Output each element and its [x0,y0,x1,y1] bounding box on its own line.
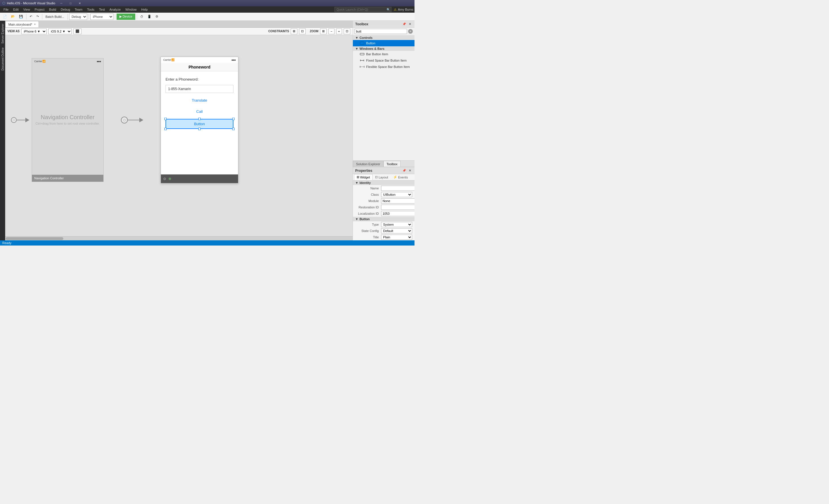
zoom-actual-button[interactable]: ⊡ [344,29,350,34]
menu-window[interactable]: Window [123,6,139,13]
menu-build[interactable]: Build [47,6,59,13]
props-tab-layout[interactable]: ⊡ Layout [372,174,391,180]
restore-button[interactable]: □ [66,0,75,6]
new-project-button[interactable]: 📄 [1,13,9,20]
toolbox-pin-button[interactable]: 📌 [402,22,406,27]
constraints-btn1[interactable]: ⊞ [291,29,297,34]
quick-launch-input[interactable] [335,7,387,12]
menu-edit[interactable]: Edit [11,6,21,13]
vc-status-bar: Carrier 📶 ■■■ [161,57,238,63]
redo-button[interactable]: ↷ [35,13,41,20]
batch-build-button[interactable]: Batch Build... [44,13,66,20]
resize-handle-bl[interactable] [165,128,167,130]
localization-input[interactable] [381,211,414,216]
menu-tools[interactable]: Tools [85,6,97,13]
identity-section-label: Identity [360,181,371,184]
canvas-scrollbar[interactable] [5,236,353,240]
configuration-select[interactable]: Debug [69,13,87,20]
menu-test[interactable]: Test [97,6,107,13]
vc-bottom-icon2[interactable]: ⊕ [168,177,171,181]
main-button[interactable]: Button [166,119,233,129]
save-button[interactable]: 💾 [17,13,25,20]
settings-button[interactable]: ⚙ [154,13,160,20]
toolbox-header: Toolbox 📌 ✕ [353,21,414,28]
toolbox-item-button[interactable]: Button [353,40,414,46]
properties-header-buttons[interactable]: 📌 ✕ [402,168,412,173]
resize-handle-tr[interactable] [232,118,235,120]
menu-view[interactable]: View [21,6,33,13]
restoration-input[interactable] [381,205,414,210]
view-controller[interactable]: Carrier 📶 ■■■ Phoneword Enter a Phonewor… [160,57,238,183]
menu-analyze[interactable]: Analyze [107,6,123,13]
performance-button[interactable]: ⏱ [139,13,145,20]
vc-nav-bar: Phoneword [161,63,238,71]
phoneword-input[interactable] [166,85,233,93]
module-input[interactable] [381,198,414,204]
translate-button[interactable]: Translate [166,97,233,104]
toolbox-category-windows-bars[interactable]: ▼ Windows & Bars [353,46,414,51]
resize-handle-bc[interactable] [198,128,201,130]
open-button[interactable]: 📂 [9,13,17,20]
class-select[interactable]: UIButton [381,192,412,197]
menu-project[interactable]: Project [32,6,47,13]
storyboard-canvas[interactable]: ⬡ Carrier 📶 ■■■ [5,35,353,236]
tab-main-storyboard[interactable]: Main.storyboard* × [5,21,39,27]
close-button[interactable]: ✕ [75,0,84,6]
tab-close-button[interactable]: × [34,23,36,26]
iphone-model-select[interactable]: iPhone 6 ▼ [21,29,47,34]
props-close-button[interactable]: ✕ [407,168,412,173]
window-controls[interactable]: ─ □ ✕ [57,0,84,6]
zoom-out-button[interactable]: − [328,29,334,34]
toolbox-search-input[interactable] [355,29,407,34]
toolbox-clear-button[interactable]: ✕ [408,29,413,34]
menu-debug[interactable]: Debug [59,6,72,13]
menu-help[interactable]: Help [139,6,150,13]
screen-icon-button[interactable]: ⬛ [73,29,81,34]
resize-handle-tc[interactable] [198,118,201,120]
toolbox-item-flexible-space[interactable]: Flexible Space Bar Button Item [353,64,414,70]
toolbox-title: Toolbox [355,22,368,26]
device-manager-button[interactable]: 📱 [146,13,153,20]
canvas-right-controls: CONSTRAINTS ⊞ ⊡ ZOOM ⊞ − + ⊡ [268,29,350,34]
menu-file[interactable]: File [1,6,11,13]
menu-bar: File Edit View Project Build Debug Team … [0,6,414,13]
toolbox-header-buttons[interactable]: 📌 ✕ [402,22,412,27]
button-section-header: ▼ Button [353,217,414,221]
run-button[interactable]: ▶ Device [116,13,135,20]
vc-carrier: Carrier [163,59,171,61]
props-tab-widget[interactable]: ⊞ Widget [354,174,372,180]
type-select[interactable]: System [381,222,412,227]
resize-handle-tl[interactable] [165,118,167,120]
name-input[interactable] [381,186,414,191]
status-bar: Ready [0,240,414,246]
call-button[interactable]: Call [166,108,233,115]
tab-solution-explorer[interactable]: Solution Explorer [353,161,384,167]
navigation-controller[interactable]: Carrier 📶 ■■■ Navigation Controller Ctrl… [32,58,104,182]
zoom-in-button[interactable]: + [336,29,342,34]
device-select[interactable]: iPhone [91,13,113,20]
sidebar-server-explorer[interactable]: Server Explorer [1,22,5,45]
status-ready: Ready [2,241,11,245]
toolbox-category-controls[interactable]: ▼ Controls [353,35,414,40]
scrollbar-thumb[interactable] [6,237,63,240]
ios-version-select[interactable]: iOS 9.2 ▼ [48,29,72,34]
title-select[interactable]: Plain [381,235,412,240]
undo-button[interactable]: ↶ [28,13,34,20]
tab-toolbox[interactable]: Toolbox [384,161,401,167]
toolbox-item-fixed-space[interactable]: Fixed Space Bar Button Item [353,57,414,64]
button-collapse-icon: ▼ [355,217,358,221]
menu-team[interactable]: Team [73,6,85,13]
toolbox-item-bar-button[interactable]: Bar Button Item [353,51,414,57]
resize-handle-br[interactable] [232,128,235,130]
state-select[interactable]: Default [381,228,412,233]
minimize-button[interactable]: ─ [57,0,66,6]
vc-bottom-icon1[interactable]: ⊙ [163,177,166,181]
constraints-btn2[interactable]: ⊡ [299,29,306,34]
zoom-fit-button[interactable]: ⊞ [320,29,327,34]
props-pin-button[interactable]: 📌 [402,168,406,173]
props-tab-events[interactable]: ⚡ Events [391,174,410,180]
sidebar-document-outline[interactable]: Document Outline [1,46,5,72]
toolbox-close-button[interactable]: ✕ [407,22,412,27]
button-section-label: Button [360,217,370,221]
title-text: Hello.iOS - Microsoft Visual Studio [7,1,55,5]
